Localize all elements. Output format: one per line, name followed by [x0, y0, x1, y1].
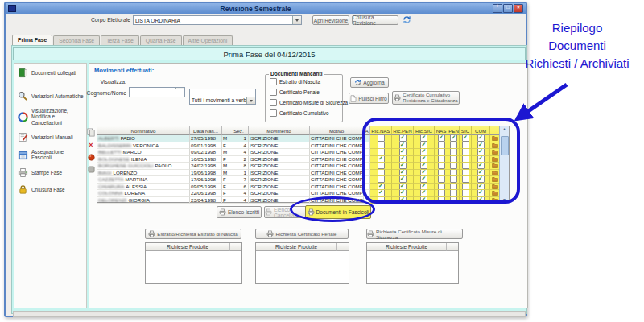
- doc-checkbox[interactable]: [378, 149, 385, 155]
- refresh-icon[interactable]: [402, 15, 411, 24]
- doc-checkbox[interactable]: [438, 176, 445, 183]
- doc-checkbox[interactable]: [450, 156, 457, 163]
- doc-checkbox[interactable]: [399, 156, 407, 163]
- chevron-down-icon[interactable]: [246, 97, 255, 104]
- doc-checkbox[interactable]: [399, 190, 407, 196]
- doc-checkbox[interactable]: [420, 197, 427, 204]
- sidebar-item-assegnazione-fascicoli[interactable]: Assegnazione Fascicoli: [18, 149, 85, 161]
- doc-checkbox[interactable]: [450, 176, 457, 183]
- doc-checkbox[interactable]: [450, 149, 457, 155]
- doc-checkbox[interactable]: [450, 170, 457, 176]
- table-row[interactable]: BIAGILORENZO19/06/1998M1ISCRIZIONECITTAD…: [97, 170, 509, 177]
- doc-checkbox[interactable]: [438, 197, 445, 204]
- doc-checkbox[interactable]: [477, 176, 485, 183]
- folder-icon[interactable]: [492, 156, 498, 162]
- documenti-in-fascicoli-button[interactable]: Documenti in Fascicoli: [305, 205, 371, 219]
- tab-terza-fase[interactable]: Terza Fase: [101, 35, 139, 45]
- doc-checkbox[interactable]: [399, 163, 407, 169]
- richieste-prodotte-header[interactable]: Richieste Prodotte: [146, 243, 230, 251]
- doc-checkbox[interactable]: [378, 156, 385, 163]
- elenco-iscritti-button[interactable]: Elenco Iscritti: [217, 206, 262, 218]
- folder-icon[interactable]: [492, 135, 498, 141]
- doc-checkbox[interactable]: [420, 135, 427, 142]
- sidebar-item-stampe-fase[interactable]: Stampe Fase: [18, 167, 85, 178]
- column-header[interactable]: Sez.: [229, 126, 249, 135]
- doc-checkbox[interactable]: [462, 184, 469, 190]
- column-header[interactable]: NAS: [435, 126, 448, 135]
- doc-checkbox[interactable]: [462, 135, 469, 142]
- column-header[interactable]: Ric.SIC: [414, 126, 435, 135]
- table-row[interactable]: COLONNALORENA22/06/1998F4ISCRIZIONECITTA…: [97, 190, 509, 197]
- table-row[interactable]: CHIARURAALESSIA09/05/1998F6ISCRIZIONECIT…: [97, 184, 509, 191]
- folder-icon[interactable]: [492, 163, 498, 168]
- sidebar-item-variazioni-automatiche[interactable]: Variazioni Automatiche: [18, 91, 85, 101]
- column-header[interactable]: PEN: [448, 126, 460, 135]
- folder-icon[interactable]: [492, 190, 498, 196]
- doc-checkbox[interactable]: [462, 190, 469, 196]
- table-row[interactable]: BELLETTIMARCO09/02/1998M4ISCRIZIONECITTA…: [97, 149, 509, 156]
- doc-checkbox[interactable]: [438, 142, 445, 149]
- corpo-elettorale-select[interactable]: LISTA ORDINARIA: [133, 15, 302, 25]
- doc-checkbox[interactable]: [399, 176, 407, 183]
- certificato-cumulativo-button[interactable]: Certificato CumulativoResidenza e Cittad…: [392, 91, 460, 105]
- tab-seconda-fase[interactable]: Seconda Fase: [53, 35, 100, 45]
- doc-checkbox[interactable]: [420, 184, 427, 190]
- doc-checkbox[interactable]: [378, 176, 385, 183]
- doc-checkbox[interactable]: [438, 135, 445, 142]
- delete-x-icon[interactable]: ×: [89, 142, 93, 149]
- doc-checkbox[interactable]: [438, 184, 445, 190]
- doc-checkbox[interactable]: [420, 170, 427, 176]
- tab-quarta-fase[interactable]: Quarta Fase: [140, 35, 182, 45]
- doc-checkbox[interactable]: [378, 170, 385, 176]
- doc-checkbox[interactable]: [399, 184, 407, 190]
- folder-icon[interactable]: [492, 184, 498, 189]
- table-row[interactable]: BORGHESE GUICCIOLIPAOLO24/02/1998M8ISCRI…: [97, 163, 509, 170]
- doc-checkbox[interactable]: [477, 156, 485, 163]
- sidebar-item-variazioni-manuali[interactable]: Variazioni Manuali: [18, 132, 85, 142]
- richieste-prodotte-header[interactable]: Richieste Prodotte: [256, 243, 337, 251]
- doc-checkbox[interactable]: [399, 170, 407, 176]
- doc-checkbox[interactable]: [420, 163, 427, 169]
- doc-checkbox[interactable]: [477, 170, 485, 176]
- richiesta-button-1[interactable]: Richiesta Certificato Penale: [255, 229, 349, 239]
- table-row[interactable]: BALDISSERRIVERONICA09/01/1998F4ISCRIZION…: [97, 142, 509, 150]
- elenco-cancellati-button[interactable]: Elenco Cancellati: [264, 206, 311, 218]
- record-icon[interactable]: [88, 154, 95, 161]
- doc-checkbox[interactable]: [450, 197, 457, 204]
- doc-checkbox[interactable]: [477, 135, 485, 142]
- folder-icon[interactable]: [492, 149, 498, 155]
- column-header[interactable]: Ric.PEN: [392, 126, 414, 135]
- doc-checkbox[interactable]: [462, 163, 469, 169]
- column-header[interactable]: SIC: [460, 126, 472, 135]
- apri-revisione-button[interactable]: Apri Revisione: [312, 15, 349, 25]
- doc-checkbox[interactable]: [378, 142, 385, 149]
- doc-checkbox[interactable]: [450, 142, 457, 149]
- doc-checkbox[interactable]: [477, 197, 485, 204]
- doc-checkbox[interactable]: [450, 184, 457, 190]
- box-icon[interactable]: [88, 166, 95, 173]
- doc-checkbox[interactable]: [462, 197, 469, 204]
- column-header[interactable]: Nominativo: [97, 126, 190, 135]
- tab-prima-fase[interactable]: Prima Fase: [12, 35, 52, 45]
- richieste-prodotte-header[interactable]: Richieste Prodotte: [367, 243, 447, 251]
- doc-checkbox[interactable]: [378, 184, 385, 190]
- doc-checkbox[interactable]: [477, 184, 485, 190]
- column-header[interactable]: CUM: [472, 126, 490, 135]
- doc-checkbox[interactable]: [399, 135, 407, 142]
- doc-checkbox[interactable]: [420, 149, 427, 155]
- minimize-icon[interactable]: ╵: [493, 4, 502, 13]
- doc-checkbox[interactable]: [378, 163, 385, 169]
- doc-checkbox[interactable]: [420, 176, 427, 183]
- doc-checkbox[interactable]: [450, 190, 457, 196]
- doc-checkbox[interactable]: [438, 163, 445, 169]
- doc-checkbox[interactable]: [438, 149, 445, 155]
- checkbox[interactable]: [270, 89, 277, 96]
- column-header[interactable]: A: [364, 126, 370, 135]
- folder-icon[interactable]: [492, 176, 498, 182]
- richiesta-button-0[interactable]: Estratto/Richiesta Estratto di Nascita: [145, 229, 242, 239]
- doc-checkbox[interactable]: [438, 190, 445, 196]
- sidebar-item-documenti-collegati[interactable]: Documenti collegati: [18, 68, 85, 78]
- aggiorna-button[interactable]: Aggiorna: [350, 77, 389, 88]
- pulisci-filtro-button[interactable]: Pulisci Filtro: [349, 93, 389, 104]
- checkbox[interactable]: [270, 78, 277, 85]
